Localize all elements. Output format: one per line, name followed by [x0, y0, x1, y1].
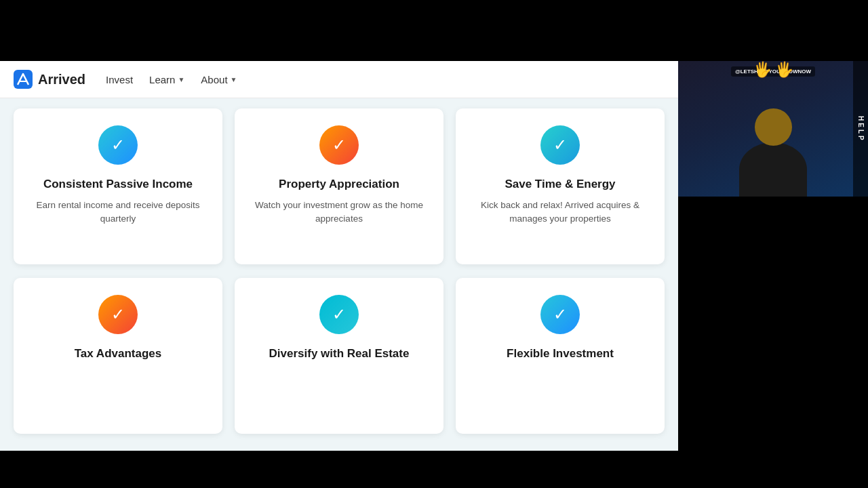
property-appreciation-desc: Watch your investment grow as the home a…	[248, 199, 430, 226]
property-appreciation-icon: ✓	[319, 125, 359, 165]
svg-rect-0	[14, 70, 33, 89]
arrived-logo-icon	[14, 70, 33, 89]
tax-advantages-icon: ✓	[98, 295, 138, 334]
card-flexible-investment: ✓ Flexible Investment	[456, 278, 665, 434]
card-property-appreciation: ✓ Property Appreciation Watch your inves…	[235, 108, 443, 264]
card-tax-advantages: ✓ Tax Advantages	[14, 278, 222, 434]
nav-learn[interactable]: Learn ▼	[149, 74, 184, 85]
nav-invest[interactable]: Invest	[106, 74, 133, 85]
card-consistent-passive-income: ✓ Consistent Passive Income Earn rental …	[14, 108, 222, 264]
black-bar-top	[0, 0, 868, 61]
passive-income-icon: ✓	[98, 125, 138, 165]
person-head	[755, 108, 792, 146]
flexible-investment-title: Flexible Investment	[507, 346, 614, 361]
save-time-title: Save Time & Energy	[505, 177, 615, 192]
save-time-icon: ✓	[540, 125, 580, 165]
person-body	[739, 142, 807, 197]
wave-right-icon: 🖐	[775, 61, 793, 79]
passive-income-title: Consistent Passive Income	[43, 177, 193, 192]
card-diversify-real-estate: ✓ Diversify with Real Estate	[235, 278, 443, 434]
card-save-time-energy: ✓ Save Time & Energy Kick back and relax…	[456, 108, 665, 264]
cards-area: ✓ Consistent Passive Income Earn rental …	[0, 98, 678, 444]
browser-content: Arrived Invest Learn ▼ About ▼ ✓ Consi	[0, 61, 678, 451]
hands-area: 🖐 🖐	[753, 61, 793, 79]
help-sidebar: HELP	[853, 61, 868, 197]
person-silhouette	[739, 108, 807, 197]
save-time-desc: Kick back and relax! Arrived acquires & …	[469, 199, 651, 226]
cards-row-2: ✓ Tax Advantages ✓ Diversify with Real E…	[14, 278, 665, 434]
logo-text: Arrived	[38, 72, 85, 87]
learn-chevron-icon: ▼	[178, 76, 184, 83]
navbar: Arrived Invest Learn ▼ About ▼	[0, 61, 678, 98]
webcam-overlay: @LETSHELPYOUGROWNOW HELP 🖐 🖐	[678, 61, 868, 197]
about-chevron-icon: ▼	[231, 76, 237, 83]
tax-advantages-title: Tax Advantages	[75, 346, 162, 361]
property-appreciation-title: Property Appreciation	[279, 177, 399, 192]
diversify-icon: ✓	[319, 295, 359, 334]
logo-area[interactable]: Arrived	[14, 70, 85, 89]
diversify-title: Diversify with Real Estate	[269, 346, 410, 361]
flexible-investment-icon: ✓	[540, 295, 580, 334]
passive-income-desc: Earn rental income and receive deposits …	[27, 199, 209, 226]
webcam-person: @LETSHELPYOUGROWNOW HELP 🖐 🖐	[678, 61, 868, 197]
cards-row-1: ✓ Consistent Passive Income Earn rental …	[14, 108, 665, 264]
nav-links: Invest Learn ▼ About ▼	[106, 74, 237, 85]
black-bar-bottom	[0, 451, 868, 488]
help-label: HELP	[857, 116, 865, 142]
nav-about[interactable]: About ▼	[201, 74, 237, 85]
wave-left-icon: 🖐	[753, 61, 772, 79]
